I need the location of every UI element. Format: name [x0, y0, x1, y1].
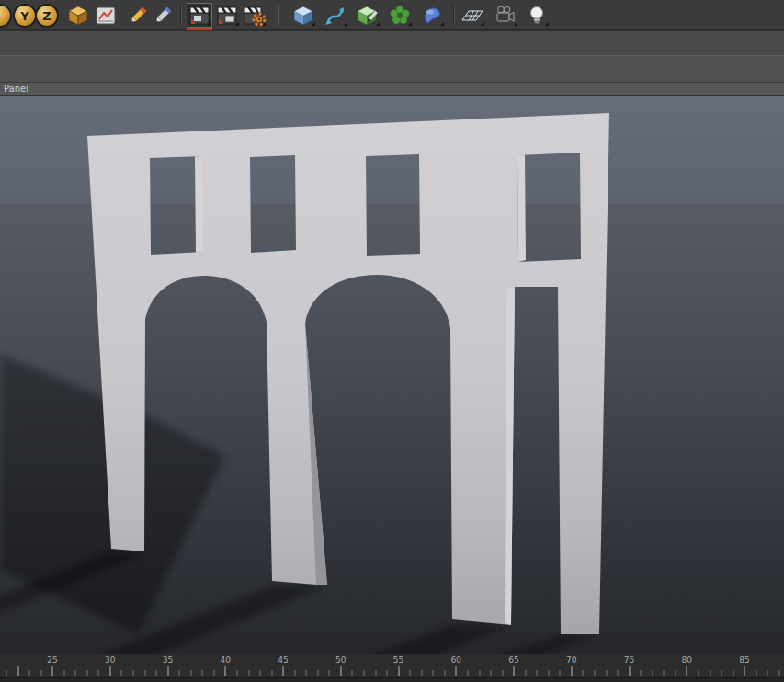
ruler-label: 35 — [163, 655, 173, 665]
camera-button[interactable] — [493, 3, 518, 28]
timeline-ruler[interactable]: 25303540455055606570758085 — [0, 654, 784, 682]
orange-box-icon — [66, 4, 90, 28]
pen-icon-2 — [151, 4, 175, 28]
ruler-label: 50 — [335, 655, 346, 665]
top-toolbar: Y Z — [0, 0, 784, 30]
ruler-label: 75 — [624, 655, 634, 665]
ruler-label: 30 — [105, 655, 115, 665]
add-spline-button[interactable] — [323, 3, 348, 28]
add-primitive-button[interactable] — [290, 3, 316, 28]
render-settings-button[interactable] — [241, 3, 267, 28]
mograph-button[interactable] — [387, 3, 413, 28]
floor-grid-icon — [460, 4, 484, 28]
render-view-button[interactable] — [187, 3, 212, 28]
mograph-flower-icon — [388, 4, 412, 28]
cinema4d-window: Y Z — [0, 0, 784, 682]
viewport-render — [0, 96, 784, 654]
orange-box-tool-button[interactable] — [65, 3, 91, 28]
axis-button-x-partial[interactable] — [0, 4, 12, 28]
pen-tool-button-1[interactable] — [125, 3, 151, 28]
axis-button-z-label: Z — [42, 9, 51, 23]
render-picture-viewer-icon — [215, 4, 239, 28]
pen-tool-button-2[interactable] — [150, 3, 176, 28]
axis-button-y-label: Y — [20, 9, 28, 23]
viewport-menu-bar: Panel — [0, 83, 784, 96]
toolbar-separator — [180, 5, 182, 25]
render-view-icon — [187, 4, 211, 28]
render-settings-icon — [242, 4, 266, 28]
ruler-label: 55 — [393, 655, 403, 665]
toolbar-spacer-strip — [0, 30, 784, 55]
floor-button[interactable] — [460, 3, 485, 28]
toolbar-separator — [278, 5, 279, 25]
primitive-cube-icon — [291, 4, 315, 28]
volume-modeling-button[interactable] — [355, 3, 381, 28]
ruler-label: 70 — [566, 655, 576, 665]
window1-inner-edge — [195, 156, 203, 253]
panel-menu-item[interactable]: Panel — [4, 83, 28, 95]
ruler-label: 85 — [739, 655, 749, 665]
ruler-label: 25 — [47, 655, 57, 665]
ruler-label: 65 — [508, 655, 518, 665]
axis-button-z[interactable]: Z — [35, 4, 59, 28]
curve-editor-button[interactable] — [93, 3, 119, 28]
light-bulb-icon — [525, 4, 549, 28]
ruler-label: 45 — [278, 655, 288, 665]
ruler-minor-ticks — [0, 670, 784, 676]
ruler-label: 60 — [451, 655, 461, 665]
deformer-button[interactable] — [419, 3, 445, 28]
axis-button-y[interactable]: Y — [13, 4, 37, 28]
ruler-bottom-strip — [0, 677, 784, 682]
pen-icon — [126, 4, 150, 28]
ruler-label: 40 — [221, 655, 231, 665]
spline-curve-icon — [324, 4, 347, 28]
volume-cube-icon — [356, 4, 380, 28]
curve-editor-icon — [94, 4, 118, 28]
deformer-blob-icon — [420, 4, 444, 28]
toolbar-separator — [453, 5, 455, 25]
menu-strip — [0, 55, 784, 83]
render-picture-viewer-button[interactable] — [214, 3, 240, 28]
ruler-label: 80 — [682, 655, 692, 665]
window4-inner-edge — [517, 155, 526, 262]
camera-icon — [494, 4, 517, 28]
light-button[interactable] — [524, 3, 550, 28]
viewport-3d[interactable] — [0, 96, 784, 654]
